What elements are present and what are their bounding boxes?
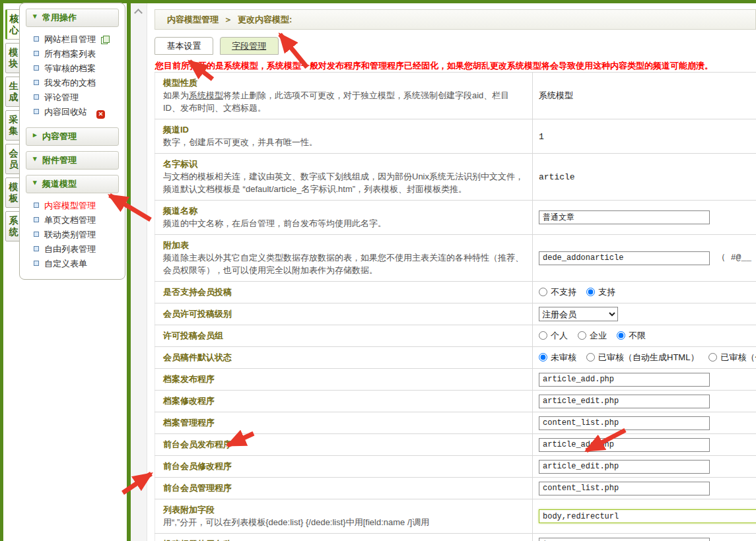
radio-option[interactable]: 不限 bbox=[617, 331, 646, 340]
breadcrumb-section[interactable]: 内容模型管理 bbox=[167, 15, 219, 24]
radio-option[interactable]: 个人 bbox=[539, 331, 568, 340]
breadcrumb-page: 更改内容模型: bbox=[238, 15, 292, 24]
form-row-label: 许可投稿会员组 bbox=[163, 329, 524, 342]
sidebar-item-label: 我发布的文档 bbox=[44, 78, 96, 88]
form-row-desc: 与文档的模板相关连，建议由英文、数字或下划线组成，因为部份Unix系统无法识别中… bbox=[163, 170, 524, 195]
sidebar-item-label: 评论管理 bbox=[44, 92, 79, 102]
text-input[interactable] bbox=[539, 460, 710, 474]
form-row-label: 模型性质 bbox=[163, 77, 524, 89]
text-input[interactable] bbox=[539, 395, 710, 408]
radio-label: 不支持 bbox=[551, 287, 576, 297]
text-input[interactable] bbox=[539, 251, 710, 265]
form-row-value-cell: 注册会员 bbox=[533, 303, 756, 325]
form-row-value-cell bbox=[533, 534, 756, 541]
form-row: 模型性质如果为系统模型将禁止删除，此选项不可更改，对于独立模型，系统强制创建字段… bbox=[155, 73, 756, 119]
radio-input[interactable] bbox=[708, 353, 717, 362]
form-row-label-cell: 附加表频道除主表以外其它自定义类型数据存放数据的表，如果您不使用主表关连的各种特… bbox=[155, 235, 533, 282]
radio-option[interactable]: 未审核 bbox=[539, 352, 576, 362]
system-model-warning: 您目前所打开的是系统模型，系统模型一般对发布程序和管理程序已经固化，如果您胡乱更… bbox=[155, 60, 756, 72]
sidebar-item[interactable]: 网站栏目管理 bbox=[20, 32, 125, 47]
text-input[interactable] bbox=[539, 373, 710, 387]
recycle-delete-icon[interactable]: ✕ bbox=[96, 110, 105, 119]
form-row: 前台会员发布程序 bbox=[155, 434, 756, 456]
radio-label: 已审核（自动生成HTML） bbox=[598, 352, 699, 362]
radio-input[interactable] bbox=[539, 288, 547, 296]
form-row-label: 频道名称 bbox=[163, 205, 524, 217]
radio-label: 个人 bbox=[551, 331, 568, 340]
text-input[interactable] bbox=[539, 509, 756, 523]
form-row-value-cell bbox=[533, 478, 756, 499]
sidebar-item-label: 内容回收站 bbox=[44, 107, 87, 117]
form-row-label: 会员稿件默认状态 bbox=[163, 351, 524, 364]
input-note: （ #@__ 是表 bbox=[717, 253, 756, 263]
radio-option[interactable]: 企业 bbox=[578, 331, 607, 340]
form-row-label-cell: 许可投稿会员组 bbox=[155, 325, 533, 347]
copy-page-icon[interactable] bbox=[101, 36, 108, 44]
readonly-value: 系统模型 bbox=[539, 91, 573, 101]
sidebar-item[interactable]: 内容回收站✕ bbox=[20, 105, 125, 119]
form-row-value-cell bbox=[533, 369, 756, 391]
sidebar-section-channel-model[interactable]: ▾频道模型 bbox=[26, 175, 119, 193]
text-input[interactable] bbox=[539, 210, 710, 224]
sidebar-item[interactable]: 自定义表单 bbox=[20, 257, 125, 271]
form-row-desc: 频道除主表以外其它自定义类型数据存放数据的表，如果您不使用主表关连的各种特性（推… bbox=[163, 251, 524, 276]
sidebar-section-batch-maintain[interactable]: ▾批量维护 bbox=[26, 279, 119, 280]
sidebar-item[interactable]: 自由列表管理 bbox=[20, 242, 125, 257]
radio-option[interactable]: 已审核（仅使 bbox=[708, 352, 756, 362]
form-row-label: 投稿标题使用名称 bbox=[163, 538, 524, 541]
radio-input[interactable] bbox=[539, 353, 547, 362]
dropdown-select[interactable]: 注册会员 bbox=[539, 307, 618, 321]
bullet-icon bbox=[34, 36, 39, 42]
scroll-up-arrow-icon[interactable] bbox=[134, 9, 143, 17]
sidebar-section-label: 附件管理 bbox=[42, 155, 77, 165]
sidebar-item-label: 网站栏目管理 bbox=[44, 34, 96, 44]
radio-input[interactable] bbox=[578, 331, 586, 340]
form-row-value-cell: （ #@__ 是表 bbox=[533, 235, 756, 282]
form-row-label-cell: 会员许可投稿级别 bbox=[155, 303, 533, 325]
radio-option[interactable]: 支持 bbox=[586, 287, 615, 297]
sidebar-item[interactable]: 所有档案列表 bbox=[20, 47, 125, 61]
sidebar-item[interactable]: 评论管理 bbox=[20, 90, 125, 105]
radio-option[interactable]: 已审核（自动生成HTML） bbox=[586, 352, 699, 362]
form-row: 许可投稿会员组个人企业不限 bbox=[155, 325, 756, 347]
sidebar-item[interactable]: 我发布的文档 bbox=[20, 76, 125, 90]
tab-basic-settings[interactable]: 基本设置 bbox=[155, 37, 213, 55]
form-row: 档案修改程序 bbox=[155, 391, 756, 412]
radio-input[interactable] bbox=[586, 288, 595, 296]
tab-field-manage[interactable]: 字段管理 bbox=[220, 37, 279, 55]
sidebar-section-content-manage[interactable]: ▸内容管理 bbox=[26, 127, 119, 146]
sidebar-item[interactable]: 单页文档管理 bbox=[20, 213, 125, 228]
sidebar-item-label: 单页文档管理 bbox=[44, 215, 96, 225]
form-row-label: 前台会员修改程序 bbox=[163, 460, 524, 472]
sidebar-section-attachment-manage[interactable]: ▾附件管理 bbox=[26, 151, 119, 170]
text-input[interactable] bbox=[539, 438, 710, 452]
sidebar-section-common-actions[interactable]: ▾常用操作 bbox=[26, 9, 119, 27]
sidebar-item-label: 自定义表单 bbox=[44, 259, 87, 269]
text-input[interactable] bbox=[539, 538, 710, 541]
sidebar-section-label: 内容管理 bbox=[42, 131, 77, 141]
sidebar-item[interactable]: 联动类别管理 bbox=[20, 228, 125, 242]
form-row-label: 档案修改程序 bbox=[163, 395, 524, 407]
bullet-icon bbox=[34, 51, 39, 56]
form-row: 附加表频道除主表以外其它自定义类型数据存放数据的表，如果您不使用主表关连的各种特… bbox=[155, 235, 756, 282]
sidebar-item[interactable]: 等审核的档案 bbox=[20, 61, 125, 76]
form-row: 档案管理程序 bbox=[155, 412, 756, 434]
breadcrumb-separator: ＞ bbox=[224, 15, 232, 24]
form-row-value-cell: 不支持支持 bbox=[533, 282, 756, 303]
text-input[interactable] bbox=[539, 482, 710, 495]
form-row-label: 前台会员管理程序 bbox=[163, 482, 524, 494]
radio-input[interactable] bbox=[586, 353, 595, 362]
radio-option[interactable]: 不支持 bbox=[539, 287, 576, 297]
radio-label: 未审核 bbox=[551, 352, 576, 362]
form-row: 会员许可投稿级别注册会员 bbox=[155, 303, 756, 325]
radio-input[interactable] bbox=[617, 331, 625, 340]
sidebar-item[interactable]: 内容模型管理 bbox=[20, 199, 125, 213]
form-row: 前台会员修改程序 bbox=[155, 456, 756, 478]
form-row-label: 会员许可投稿级别 bbox=[163, 307, 524, 320]
form-row-label-cell: 档案修改程序 bbox=[155, 391, 533, 412]
radio-label: 支持 bbox=[598, 287, 615, 297]
radio-input[interactable] bbox=[539, 331, 547, 340]
sidebar-scrollbar[interactable] bbox=[131, 3, 147, 541]
text-input[interactable] bbox=[539, 416, 710, 430]
sidebar-item-label: 内容模型管理 bbox=[44, 201, 96, 210]
